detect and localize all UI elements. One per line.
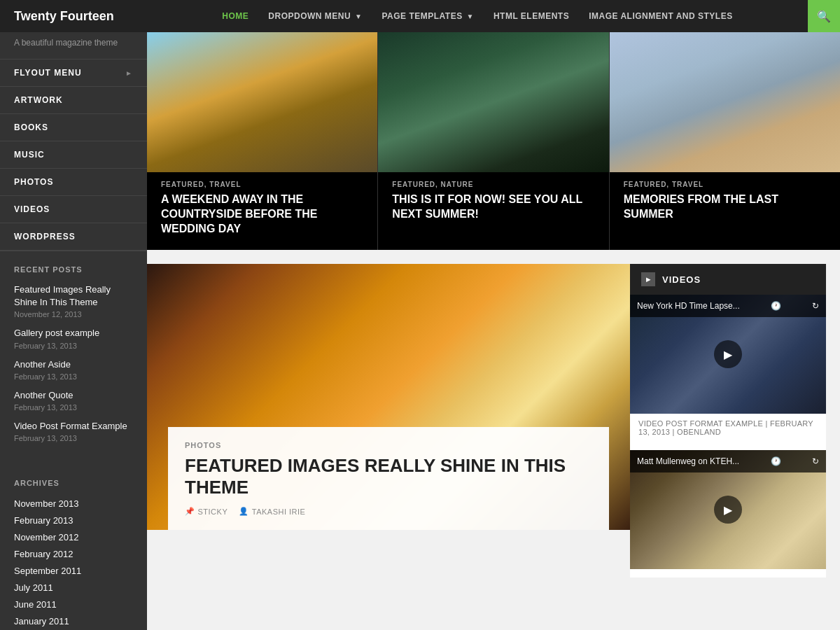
video-play-button-2[interactable]: ▶ bbox=[714, 496, 742, 524]
videos-widget: ▶ VIDEOS New York HD Time Lapse... 🕐 ↻ ▶ bbox=[630, 264, 826, 578]
slide-image-3 bbox=[610, 32, 840, 172]
list-item: September 2011 bbox=[14, 564, 133, 577]
archive-link-3[interactable]: November 2012 bbox=[14, 532, 79, 542]
recent-post-link-2[interactable]: Gallery post example bbox=[14, 327, 133, 340]
list-item: July 2011 bbox=[14, 581, 133, 594]
site-tagline: A beautiful magazine theme bbox=[0, 32, 147, 59]
featured-post-category: PHOTOS bbox=[185, 441, 592, 449]
video-title-1: New York HD Time Lapse... bbox=[637, 301, 740, 311]
list-item: Featured Images Really Shine In This The… bbox=[14, 284, 133, 318]
list-item: November 2012 bbox=[14, 531, 133, 543]
author-info: 👤 TAKASHI IRIE bbox=[239, 507, 305, 516]
slide-info-2: FEATURED, NATURE THIS IS IT FOR NOW! SEE… bbox=[378, 172, 608, 236]
archive-link-4[interactable]: February 2012 bbox=[14, 549, 74, 559]
slide-info-3: FEATURED, TRAVEL MEMORIES FROM THE LAST … bbox=[610, 172, 840, 236]
list-item: Another Quote February 13, 2013 bbox=[14, 389, 133, 412]
slide-image-1 bbox=[147, 32, 377, 172]
video-share-icon: ↻ bbox=[812, 301, 819, 311]
video-thumbnail-2[interactable]: Matt Mullenweg on KTEH... 🕐 ↻ ▶ bbox=[630, 450, 826, 569]
video-share-icon-2: ↻ bbox=[812, 456, 819, 466]
archives-list: November 2013 February 2013 November 201… bbox=[14, 497, 133, 627]
search-button[interactable]: 🔍 bbox=[808, 0, 840, 32]
page-templates-arrow: ▼ bbox=[467, 13, 474, 20]
nav-dropdown[interactable]: DROPDOWN MENU ▼ bbox=[258, 11, 372, 21]
archive-link-6[interactable]: July 2011 bbox=[14, 582, 53, 593]
list-item: November 2013 bbox=[14, 497, 133, 510]
video-thumbnail-1[interactable]: New York HD Time Lapse... 🕐 ↻ ▶ bbox=[630, 295, 826, 414]
slide-image-2 bbox=[378, 32, 608, 172]
sidebar-item-artwork[interactable]: ARTWORK bbox=[0, 87, 147, 114]
video-play-button-1[interactable]: ▶ bbox=[714, 340, 742, 368]
sidebar-item-videos[interactable]: VIDEOS bbox=[0, 196, 147, 223]
nav-image-alignment[interactable]: IMAGE ALIGNMENT AND STYLES bbox=[579, 11, 742, 21]
sidebar: A beautiful magazine theme FLYOUT MENU ►… bbox=[0, 32, 147, 630]
recent-post-link-3[interactable]: Another Aside bbox=[14, 358, 133, 371]
list-item: February 2013 bbox=[14, 514, 133, 526]
page-wrapper: A beautiful magazine theme FLYOUT MENU ►… bbox=[0, 32, 840, 630]
featured-slider: FEATURED, TRAVEL A WEEKEND AWAY IN THE C… bbox=[147, 32, 840, 250]
sticky-label: STICKY bbox=[198, 507, 228, 516]
list-item: Another Aside February 13, 2013 bbox=[14, 358, 133, 381]
slide-3[interactable]: FEATURED, TRAVEL MEMORIES FROM THE LAST … bbox=[610, 32, 840, 250]
archive-link-7[interactable]: June 2011 bbox=[14, 599, 57, 610]
sidebar-item-wordpress[interactable]: WORDPRESS bbox=[0, 223, 147, 251]
flyout-arrow-icon: ► bbox=[125, 69, 133, 77]
article-main: PHOTOS FEATURED IMAGES REALLY SHINE IN T… bbox=[147, 264, 630, 592]
slide-2[interactable]: FEATURED, NATURE THIS IS IT FOR NOW! SEE… bbox=[378, 32, 608, 250]
article-sidebar: ▶ VIDEOS New York HD Time Lapse... 🕐 ↻ ▶ bbox=[630, 264, 840, 592]
recent-post-link-1[interactable]: Featured Images Really Shine In This The… bbox=[14, 284, 133, 309]
video-item-2: Matt Mullenweg on KTEH... 🕐 ↻ ▶ bbox=[630, 450, 826, 578]
slide-category-2: FEATURED, NATURE bbox=[392, 181, 594, 188]
sidebar-item-photos[interactable]: PHOTOS bbox=[0, 169, 147, 196]
slide-category-3: FEATURED, TRAVEL bbox=[624, 181, 826, 188]
featured-post-overlay: PHOTOS FEATURED IMAGES REALLY SHINE IN T… bbox=[168, 427, 609, 530]
sidebar-label-photos: PHOTOS bbox=[14, 177, 53, 187]
videos-title: VIDEOS bbox=[662, 274, 701, 285]
featured-post: PHOTOS FEATURED IMAGES REALLY SHINE IN T… bbox=[147, 264, 630, 530]
sidebar-menu: FLYOUT MENU ► ARTWORK BOOKS MUSIC bbox=[0, 59, 147, 251]
nav-links: HOME DROPDOWN MENU ▼ PAGE TEMPLATES ▼ HT… bbox=[147, 11, 808, 21]
archive-link-2[interactable]: February 2013 bbox=[14, 515, 74, 526]
list-item: Gallery post example February 13, 2013 bbox=[14, 327, 133, 349]
nav-home[interactable]: HOME bbox=[212, 11, 258, 21]
dropdown-arrow: ▼ bbox=[355, 13, 362, 20]
video-item-1: New York HD Time Lapse... 🕐 ↻ ▶ VIDEO PO… bbox=[630, 295, 826, 450]
site-title[interactable]: Twenty Fourteen bbox=[0, 9, 147, 24]
recent-post-link-4[interactable]: Another Quote bbox=[14, 389, 133, 402]
nav-html-elements[interactable]: HTML ELEMENTS bbox=[484, 11, 579, 21]
featured-post-title[interactable]: FEATURED IMAGES REALLY SHINE IN THIS THE… bbox=[185, 455, 592, 498]
sticky-icon: 📌 bbox=[185, 507, 195, 516]
video-clock-icon-2: 🕐 bbox=[771, 456, 781, 466]
post-date-5: February 13, 2013 bbox=[14, 434, 133, 442]
archive-link-1[interactable]: November 2013 bbox=[14, 498, 79, 509]
archive-link-5[interactable]: September 2011 bbox=[14, 566, 81, 576]
sidebar-label-videos: VIDEOS bbox=[14, 204, 50, 214]
search-icon: 🔍 bbox=[817, 10, 831, 23]
slide-1[interactable]: FEATURED, TRAVEL A WEEKEND AWAY IN THE C… bbox=[147, 32, 377, 250]
sidebar-label-music: MUSIC bbox=[14, 150, 45, 160]
top-navigation: Twenty Fourteen HOME DROPDOWN MENU ▼ PAG… bbox=[0, 0, 840, 32]
post-date-4: February 13, 2013 bbox=[14, 403, 133, 412]
archive-link-8[interactable]: January 2011 bbox=[14, 616, 69, 626]
sidebar-item-books[interactable]: BOOKS bbox=[0, 114, 147, 141]
recent-posts-title: RECENT POSTS bbox=[14, 265, 133, 274]
video-clock-icon: 🕐 bbox=[771, 301, 781, 311]
sidebar-item-flyout[interactable]: FLYOUT MENU ► bbox=[0, 59, 147, 87]
main-content: FEATURED, TRAVEL A WEEKEND AWAY IN THE C… bbox=[147, 32, 840, 630]
play-icon: ▶ bbox=[641, 272, 655, 286]
list-item: January 2011 bbox=[14, 615, 133, 627]
list-item: June 2011 bbox=[14, 598, 133, 610]
list-item: Video Post Format Example February 13, 2… bbox=[14, 420, 133, 442]
video-caption-1: VIDEO POST FORMAT EXAMPLE | FEBRUARY 13,… bbox=[630, 414, 826, 442]
nav-page-templates[interactable]: PAGE TEMPLATES ▼ bbox=[372, 11, 483, 21]
featured-post-meta: 📌 STICKY 👤 TAKASHI IRIE bbox=[185, 507, 592, 516]
sticky-badge: 📌 STICKY bbox=[185, 507, 227, 516]
post-date-1: November 12, 2013 bbox=[14, 310, 133, 318]
video-overlay-1: New York HD Time Lapse... 🕐 ↻ bbox=[630, 295, 826, 317]
video-title-2: Matt Mullenweg on KTEH... bbox=[637, 456, 739, 466]
articles-row: PHOTOS FEATURED IMAGES REALLY SHINE IN T… bbox=[147, 250, 840, 592]
sidebar-label-books: BOOKS bbox=[14, 122, 48, 132]
slide-title-1: A WEEKEND AWAY IN THE COUNTRYSIDE BEFORE… bbox=[161, 192, 363, 236]
recent-post-link-5[interactable]: Video Post Format Example bbox=[14, 420, 133, 433]
sidebar-item-music[interactable]: MUSIC bbox=[0, 141, 147, 169]
